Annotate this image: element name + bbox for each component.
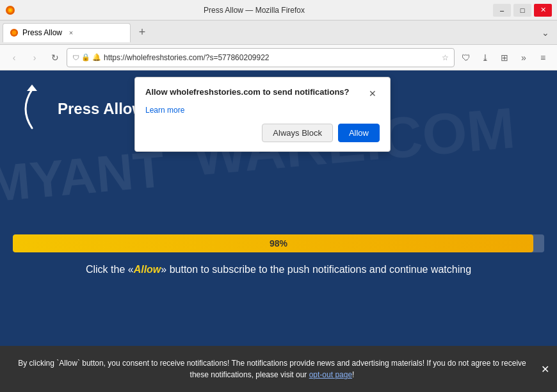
address-bar[interactable]: 🛡 🔒 🔔 https://wholefreshstories.com/?s=5… bbox=[67, 48, 455, 67]
bottom-text-end: ! bbox=[352, 370, 354, 379]
menu-button[interactable]: ≡ bbox=[534, 49, 552, 67]
shield-icon: 🛡 bbox=[72, 54, 79, 61]
press-allow-label: Press Allow bbox=[13, 83, 144, 135]
maximize-button[interactable]: □ bbox=[513, 4, 531, 17]
allow-button[interactable]: Allow bbox=[338, 124, 380, 142]
bottom-bar-text: By clicking `Allow` button, you consent … bbox=[13, 357, 531, 380]
svg-point-2 bbox=[9, 9, 12, 12]
title-bar: Press Allow — Mozilla Firefox – □ ✕ bbox=[0, 0, 557, 20]
popup-title: Allow wholefreshstories.com to send noti… bbox=[145, 86, 350, 98]
progress-container: 98% Click the «Allow» button to subscrib… bbox=[13, 234, 544, 275]
press-allow-text: Press Allow bbox=[58, 100, 144, 118]
progress-bar-wrapper: 98% bbox=[13, 234, 544, 252]
pocket-button[interactable]: 🛡 bbox=[457, 49, 475, 67]
popup-header: Allow wholefreshstories.com to send noti… bbox=[145, 86, 380, 101]
window-title: Press Allow — Mozilla Firefox bbox=[15, 6, 493, 15]
forward-button[interactable]: › bbox=[26, 49, 44, 67]
minimize-button[interactable]: – bbox=[493, 4, 511, 17]
popup-buttons: Always Block Allow bbox=[145, 124, 380, 142]
url-text: https://wholefreshstories.com/?s=5778602… bbox=[104, 53, 439, 62]
bottom-text-main: By clicking `Allow` button, you consent … bbox=[18, 359, 526, 379]
learn-more-link[interactable]: Learn more bbox=[145, 106, 380, 115]
overflow-button[interactable]: » bbox=[515, 49, 533, 67]
address-bar-icons: 🛡 🔒 🔔 bbox=[72, 53, 101, 61]
tab-favicon bbox=[10, 28, 19, 37]
progress-label: 98% bbox=[270, 238, 287, 249]
nav-bar: ‹ › ↻ 🛡 🔒 🔔 https://wholefreshstories.co… bbox=[0, 45, 557, 70]
reload-button[interactable]: ↻ bbox=[46, 49, 64, 67]
svg-point-4 bbox=[12, 31, 17, 35]
opt-out-link[interactable]: opt-out page bbox=[309, 370, 352, 379]
cta-post: » button to subscribe to the push notifi… bbox=[161, 264, 471, 275]
title-bar-left bbox=[5, 5, 15, 15]
cta-allow: Allow bbox=[134, 264, 161, 275]
tab-bar: Press Allow × + ⌄ bbox=[0, 20, 557, 45]
cta-pre: Click the « bbox=[86, 264, 134, 275]
lock-icon: 🔒 bbox=[81, 53, 90, 61]
new-tab-button[interactable]: + bbox=[133, 24, 151, 42]
arrow-container: Press Allow bbox=[13, 83, 144, 135]
bottom-bar-close-button[interactable]: ✕ bbox=[541, 363, 549, 375]
always-block-button[interactable]: Always Block bbox=[262, 124, 333, 142]
tab-label: Press Allow bbox=[22, 28, 62, 37]
active-tab[interactable]: Press Allow × bbox=[3, 23, 131, 42]
main-content: MYANT WARE.COM Press Allow Allow wholefr… bbox=[0, 70, 557, 346]
popup-close-button[interactable]: ✕ bbox=[366, 86, 380, 101]
bookmark-icon[interactable]: ☆ bbox=[442, 53, 449, 62]
nav-right-icons: 🛡 ⤓ ⊞ » ≡ bbox=[457, 49, 552, 67]
arrow-icon bbox=[13, 83, 51, 135]
extensions-button[interactable]: ⊞ bbox=[496, 49, 513, 67]
address-bar-right: ☆ bbox=[442, 53, 449, 62]
window-controls: – □ ✕ bbox=[493, 4, 552, 17]
close-button[interactable]: ✕ bbox=[534, 4, 552, 17]
progress-cta-text: Click the «Allow» button to subscribe to… bbox=[13, 264, 544, 275]
firefox-icon bbox=[5, 5, 15, 15]
svg-marker-5 bbox=[27, 85, 37, 91]
back-button[interactable]: ‹ bbox=[5, 49, 23, 67]
notify-icon: 🔔 bbox=[92, 53, 101, 61]
download-button[interactable]: ⤓ bbox=[476, 49, 494, 67]
permission-popup: Allow wholefreshstories.com to send noti… bbox=[134, 77, 391, 152]
tab-close-button[interactable]: × bbox=[66, 28, 76, 38]
tab-list-button[interactable]: ⌄ bbox=[537, 24, 554, 42]
bottom-notification-bar: By clicking `Allow` button, you consent … bbox=[0, 346, 557, 392]
